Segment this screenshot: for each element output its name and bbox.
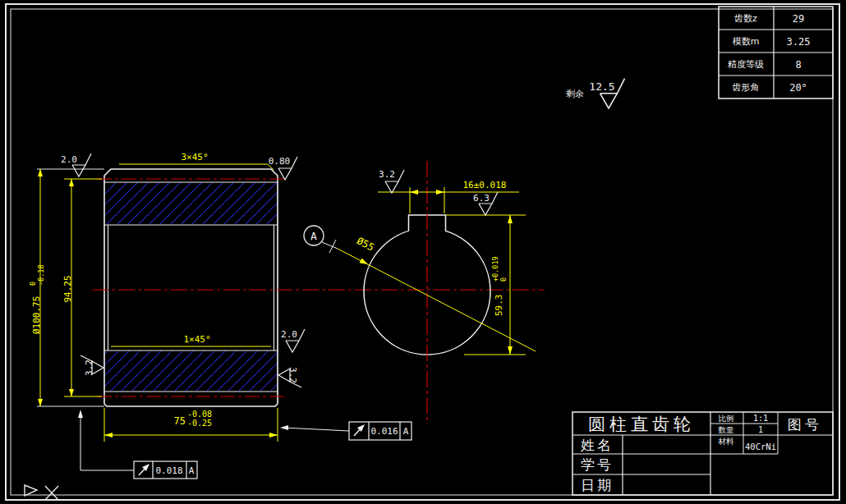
roughness-right-face: 3.2 [287,367,298,383]
param-table: 齿数z 29 模数m 3.25 精度等级 8 齿形角 20° [719,7,833,99]
datum-feature: A [304,226,338,253]
outer-dia-tol-lower: -0.18 [37,264,45,286]
roughness-bore-bottom: 2.0 [281,329,297,340]
border-inner [11,9,833,495]
dim-chamfer-bore: 1×45° [111,334,271,346]
face-width-tol-lower: -0.25 [187,419,212,428]
datum-letter: A [310,230,317,242]
outer-dia-tol-upper: 0 [29,282,37,286]
fcf-top: 0.016 A [280,422,412,440]
name-label: 姓名 [581,437,614,453]
dim-bore-diameter: Ø55 [338,235,536,351]
param-label: 精度等级 [727,59,764,70]
param-value: 20° [789,82,807,94]
runout-icon [354,424,365,436]
chamfer-bore-value: 1×45° [183,334,210,345]
bore-diameter-value: Ø55 [355,235,376,253]
dim-face-width: 75 -0.08 -0.25 [104,408,278,442]
keyway-depth-tol-upper: +0.019 [491,256,499,282]
date-label: 日期 [581,477,614,493]
chamfer-outer-value: 3×45° [181,152,208,163]
roughness-keyway-top: 6.3 [473,193,490,204]
param-label: 齿形角 [732,82,760,93]
border-outer [6,4,839,500]
face-width-tol-upper: -0.08 [187,410,212,419]
param-value: 8 [795,59,801,71]
keyway-depth-value: 59.3 [494,295,504,317]
hatch-top [105,183,277,224]
param-label: 模数m [733,36,760,47]
outer-dia-value: Ø100.75 [31,296,42,334]
scale-value: 1:1 [753,414,768,423]
runout-icon [139,464,149,475]
title-block: 圆柱直齿轮 姓名 学号 日期 比例 1:1 数量 1 材料 40CrNi 图号 [572,412,833,495]
param-value: 29 [793,13,804,25]
rest-roughness-value: 12.5 [589,80,614,93]
dim-keyway-width: 16±0.018 [378,180,519,213]
roughness-symbols [72,79,625,387]
fcf-top-value: 0.016 [370,426,398,437]
rest-label: 剩余 [566,89,584,99]
keyway-depth-tol-lower: 0 [499,277,508,282]
fcf-top-datum: A [403,426,409,437]
pitch-width-value: 94.25 [62,275,73,302]
material-label: 材料 [718,437,735,446]
end-view [364,161,490,424]
roughness-top-right: 0.80 [269,156,291,167]
hatch-bottom [105,351,277,391]
param-value: 3.25 [787,36,811,48]
fcf-bottom-datum: A [189,465,195,476]
scale-label: 比例 [719,414,734,423]
keyway-width-value: 16±0.018 [463,180,507,190]
roughness-left-face: 3.2 [84,360,94,376]
param-label: 齿数z [733,13,757,24]
face-width-value: 75 [174,415,186,427]
gear-section-view [97,169,285,406]
datum-leader [322,240,338,253]
quantity-label: 数量 [719,425,735,434]
dim-chamfer-outer: 3×45° [119,152,274,170]
gear-drawing: Ø100.75 0 -0.18 94.25 75 -0.08 -0.25 3×4… [0,0,846,504]
student-no-label: 学号 [581,456,614,473]
quantity-value: 1 [758,425,763,434]
roughness-keyway-side: 3.2 [379,169,395,180]
material-value: 40CrNi [745,442,776,451]
fcf-bottom-value: 0.018 [155,465,182,476]
drawing-no-label: 图号 [788,416,822,433]
border-marks [25,485,58,500]
roughness-top-left: 2.0 [61,154,77,165]
drawing-title: 圆柱直齿轮 [588,415,695,434]
cad-drawing-canvas[interactable]: Ø100.75 0 -0.18 94.25 75 -0.08 -0.25 3×4… [0,0,846,504]
